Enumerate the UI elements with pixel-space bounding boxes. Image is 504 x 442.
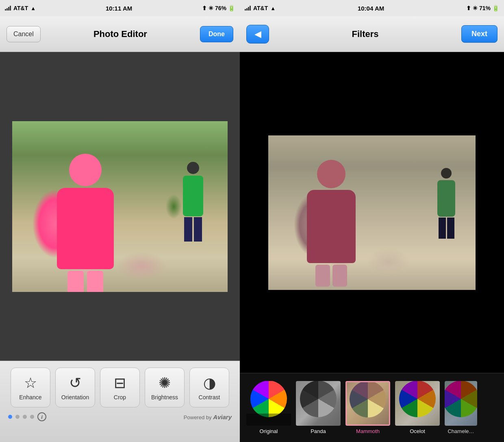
- battery-right: 71%: [479, 5, 491, 11]
- next-button[interactable]: Next: [461, 25, 497, 43]
- umbrella-ocelot: [395, 381, 440, 426]
- battery-left: 76%: [215, 5, 226, 11]
- right-panel: AT&T ▲ 10:04 AM ⬆ ✳ 71% 🔋 ◀ Filters Next: [240, 0, 504, 442]
- hood: [69, 154, 102, 186]
- filter-item-mammoth[interactable]: Mammoth: [345, 381, 390, 434]
- status-left: AT&T ▲: [5, 5, 36, 11]
- tool-brightness[interactable]: ✺ Brightness: [145, 368, 185, 407]
- status-right: ⬆ ✳ 76% 🔋: [202, 5, 235, 11]
- signal-bar-4: [10, 6, 11, 11]
- status-right-r: ⬆ ✳ 71% 🔋: [466, 5, 499, 11]
- tool-contrast[interactable]: ◑ Contrast: [189, 368, 229, 407]
- wifi-icon-right: ▲: [270, 5, 276, 11]
- bg-leg-right: [194, 217, 202, 242]
- coat-right: [307, 190, 356, 263]
- powered-by: Powered by Aviary: [184, 414, 232, 420]
- bg-head: [187, 162, 199, 174]
- nav-bar-left: Cancel Photo Editor Done: [0, 16, 240, 52]
- powered-by-text: Powered by: [184, 414, 212, 420]
- signal-bar-1: [5, 9, 6, 11]
- tool-enhance[interactable]: ☆ Enhance: [11, 368, 50, 407]
- boot-left-right: [315, 265, 330, 287]
- tool-crop[interactable]: ⊟ Crop: [100, 368, 140, 407]
- hood-right: [317, 160, 345, 188]
- enhance-label: Enhance: [19, 394, 41, 401]
- aviary-brand: Aviary: [213, 414, 232, 420]
- crop-label: Crop: [114, 394, 126, 401]
- enhance-icon: ☆: [24, 375, 37, 392]
- signal-bar-3: [8, 7, 9, 11]
- filter-thumb-ocelot: [395, 381, 440, 426]
- dot-3: [23, 415, 27, 419]
- filter-item-panda[interactable]: Panda: [296, 381, 341, 434]
- bg-coat-right: [437, 180, 455, 217]
- brightness-label: Brightness: [151, 394, 178, 401]
- left-panel: AT&T ▲ 10:11 AM ⬆ ✳ 76% 🔋 Cancel Photo E…: [0, 0, 240, 442]
- contrast-label: Contrast: [199, 394, 220, 401]
- filter-thumb-original: [246, 381, 291, 426]
- boot-right: [87, 271, 103, 292]
- orientation-icon: ↺: [69, 375, 81, 392]
- photo-area-right: [240, 52, 504, 373]
- signal-bar-r2: [246, 8, 248, 11]
- bluetooth-icon-left: ✳: [209, 5, 213, 11]
- info-icon[interactable]: i: [37, 412, 46, 421]
- toolbar: ☆ Enhance ↺ Orientation ⊟ Crop ✺ Brightn…: [0, 361, 240, 442]
- brightness-icon: ✺: [159, 375, 171, 392]
- status-bar-right: AT&T ▲ 10:04 AM ⬆ ✳ 71% 🔋: [240, 0, 504, 16]
- filter-name-panda: Panda: [311, 428, 326, 434]
- coat: [57, 188, 114, 269]
- battery-icon-left: 🔋: [228, 5, 235, 11]
- boots: [53, 271, 118, 292]
- bg-legs: [183, 217, 203, 242]
- carrier-left: AT&T: [13, 5, 28, 11]
- bg-person: [183, 162, 203, 235]
- status-left-right: AT&T ▲: [245, 5, 276, 11]
- filter-name-original: Original: [260, 428, 278, 434]
- wifi-icon-left: ▲: [30, 5, 36, 11]
- location-icon-right: ⬆: [466, 5, 471, 11]
- boots-right: [303, 265, 360, 287]
- crop-icon: ⊟: [114, 375, 126, 392]
- umbrella-mammoth: [347, 382, 389, 425]
- back-button[interactable]: ◀: [246, 25, 269, 44]
- toolbar-buttons: ☆ Enhance ↺ Orientation ⊟ Crop ✺ Brightn…: [11, 368, 229, 407]
- time-right: 10:04 AM: [358, 5, 384, 12]
- boot-right-right: [332, 265, 347, 287]
- filter-name-chameleon: Chamele…: [448, 428, 474, 434]
- umbrella-panda: [296, 381, 341, 426]
- cancel-button[interactable]: Cancel: [7, 26, 41, 42]
- filter-name-mammoth: Mammoth: [356, 428, 380, 434]
- photo-left: [12, 121, 228, 292]
- signal-bar-r3: [248, 7, 249, 11]
- signal-bars: [5, 6, 11, 11]
- toolbar-bottom: i Powered by Aviary: [0, 412, 240, 421]
- tool-orientation[interactable]: ↺ Orientation: [55, 368, 95, 407]
- filter-item-original[interactable]: Original: [246, 381, 291, 434]
- contrast-icon: ◑: [203, 375, 216, 392]
- bg-head-right: [441, 168, 452, 179]
- page-dots: i: [8, 412, 46, 421]
- boot-left: [67, 271, 84, 292]
- page-title-right: Filters: [352, 29, 378, 39]
- filter-item-ocelot[interactable]: Ocelot: [395, 381, 440, 434]
- filter-thumb-mammoth: [345, 381, 390, 426]
- dot-4: [30, 415, 34, 419]
- status-bar-left: AT&T ▲ 10:11 AM ⬆ ✳ 76% 🔋: [0, 0, 240, 16]
- signal-bar-r1: [245, 9, 246, 11]
- dot-1: [8, 415, 12, 419]
- done-button[interactable]: Done: [200, 26, 233, 42]
- signal-bar-r4: [250, 6, 251, 11]
- photo-right: [268, 135, 476, 290]
- filter-item-chameleon[interactable]: Chamele…: [445, 381, 477, 434]
- photo-area-left: [0, 52, 240, 361]
- filter-strip: Original Panda Mammoth Ocelot: [240, 373, 504, 442]
- nav-bar-right: ◀ Filters Next: [240, 16, 504, 52]
- page-title-left: Photo Editor: [93, 29, 147, 39]
- umbrella-chameleon: [445, 381, 477, 426]
- bg-leg-right-right: [447, 218, 454, 239]
- location-icon-left: ⬆: [202, 5, 207, 11]
- bg-legs-right: [437, 218, 455, 239]
- filter-thumb-panda: [296, 381, 341, 426]
- bluetooth-icon-right: ✳: [473, 5, 478, 11]
